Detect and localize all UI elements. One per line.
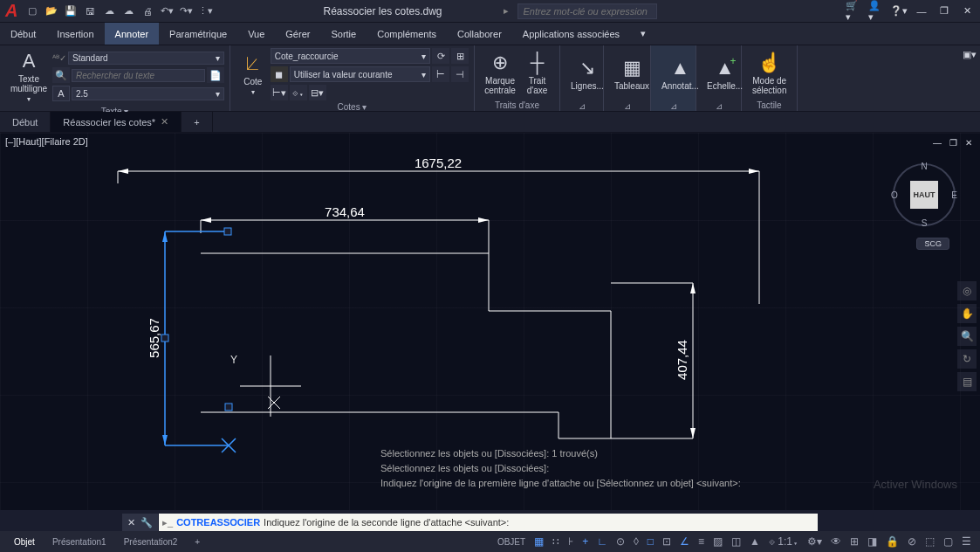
dyn-input-icon[interactable]: + [579, 534, 592, 549]
help-icon[interactable]: ❔▾ [891, 3, 907, 19]
file-tab[interactable]: Réassocier les cotes*✕ [51, 112, 182, 132]
document-title: Réassocier les cotes.dwg [323, 5, 442, 17]
redo-icon[interactable]: ↷▾ [178, 3, 194, 19]
add-layout-tab[interactable]: + [186, 537, 209, 547]
text-multiline-button[interactable]: A Texte multiligne ▾ [5, 48, 52, 105]
cmd-customize-icon[interactable]: 🔧 [140, 517, 153, 528]
snap-toggle-icon[interactable]: ∷ [549, 534, 563, 549]
pan-icon[interactable]: ✋ [957, 304, 977, 323]
transparency-icon[interactable]: ▨ [709, 534, 726, 549]
ucs-badge[interactable]: SCG [916, 238, 949, 250]
help-search-input[interactable] [517, 3, 657, 19]
menu-tab-annoter[interactable]: Annoter [105, 23, 160, 45]
view-cube[interactable]: HAUT N S E O [893, 163, 956, 226]
saveas-icon[interactable]: 🖫 [82, 3, 98, 19]
text-height-a-icon[interactable]: A [52, 86, 70, 101]
cart-icon[interactable]: 🛒▾ [846, 3, 861, 19]
menu-tab-applications associées[interactable]: Applications associées [512, 23, 630, 45]
ribbon-collapse-icon[interactable]: ▣▾ [963, 49, 977, 60]
dim-update-icon[interactable]: ⟳ [432, 48, 449, 64]
cotes-group-title[interactable]: Cotes ▾ [236, 100, 469, 112]
grid-toggle-icon[interactable]: ▦ [531, 534, 547, 549]
open-icon[interactable]: 📂 [44, 3, 59, 19]
isolate-icon[interactable]: ⊘ [904, 534, 920, 549]
iso-toggle-icon[interactable]: ◊ [630, 534, 642, 549]
menu-tab-paramétrique[interactable]: Paramétrique [159, 23, 237, 45]
leaders-button[interactable]: ↘Lignes... [565, 48, 609, 100]
lineweight-icon[interactable]: ≡ [695, 534, 708, 549]
app-logo: A [5, 1, 17, 21]
new-icon[interactable]: ▢ [24, 3, 40, 19]
showmotion-icon[interactable]: ▤ [957, 372, 977, 391]
workspace-icon[interactable]: ⚙▾ [804, 534, 826, 549]
dim-layer-combo[interactable]: Utiliser la valeur courante▾ [290, 66, 430, 82]
dim-continue-icon[interactable]: ⊟▾ [309, 85, 326, 100]
orbit-icon[interactable]: ↻ [957, 349, 977, 369]
qat-more-icon[interactable]: ⋮▾ [197, 3, 213, 19]
menu-tab-vue[interactable]: Vue [237, 23, 275, 45]
annot-vis-icon[interactable]: 👁 [827, 534, 845, 549]
menu-tab-gérer[interactable]: Gérer [275, 23, 320, 45]
3dosnap-icon[interactable]: ⊡ [659, 534, 675, 549]
otrack-icon[interactable]: ∠ [676, 534, 693, 549]
lock-ui-icon[interactable]: 🔒 [882, 534, 902, 549]
web-open-icon[interactable]: ☁ [101, 3, 117, 19]
menu-overflow-icon[interactable]: ▾ [630, 23, 656, 45]
center-mark-button[interactable]: ⊕ Marque centrale [480, 48, 520, 99]
tab-close-icon[interactable]: ✕ [161, 116, 168, 128]
menu-tab-insertion[interactable]: Insertion [46, 23, 104, 45]
text-height-combo[interactable]: 2.5▾ [72, 87, 224, 100]
osnap-toggle-icon[interactable]: □ [644, 534, 657, 549]
find-icon[interactable]: 🔍 [52, 67, 70, 83]
restore-icon[interactable]: ❐ [936, 3, 952, 19]
tables-button[interactable]: ▦Tableaux [609, 48, 654, 100]
cycling-icon[interactable]: ◫ [728, 534, 744, 549]
dim-style-combo[interactable]: Cote_raccourcie▾ [271, 48, 430, 64]
dim-assoc-icon[interactable]: ⊞ [451, 48, 469, 64]
dim-opt1-icon[interactable]: ⊢ [432, 66, 449, 82]
menu-tab-collaborer[interactable]: Collaborer [447, 23, 512, 45]
menu-tab-compléments[interactable]: Compléments [367, 23, 447, 45]
svg-marker-13 [162, 231, 168, 242]
model-tab[interactable]: Objet [5, 537, 44, 547]
drawing-viewport[interactable]: [–][Haut][Filaire 2D] — ❐ ✕ 1675,22 734,… [0, 133, 980, 510]
save-icon[interactable]: 💾 [63, 3, 79, 19]
dimension-button[interactable]: ⟀ Cote ▾ [236, 48, 271, 100]
menu-tab-début[interactable]: Début [0, 23, 46, 45]
polar-toggle-icon[interactable]: ⊙ [613, 534, 628, 549]
user-icon[interactable]: 👤▾ [868, 3, 884, 19]
text-a-icon: A [23, 50, 36, 72]
infer-toggle-icon[interactable]: ⊦ [565, 534, 577, 549]
file-tab[interactable]: Début [0, 112, 51, 132]
ortho-toggle-icon[interactable]: ∟ [593, 534, 611, 549]
svg-rect-16 [224, 228, 231, 235]
clean-screen-icon[interactable]: ▢ [940, 534, 956, 549]
layout2-tab[interactable]: Présentation2 [115, 537, 187, 547]
annoscale-icon[interactable]: ⟐ 1:1▾ [765, 534, 802, 549]
units-icon[interactable]: ⊞ [846, 534, 862, 549]
layout1-tab[interactable]: Présentation1 [44, 537, 115, 547]
find-text-input[interactable] [72, 69, 205, 82]
command-input[interactable]: ▸_ COTREASSOCIER Indiquez l'origine de l… [159, 514, 818, 531]
new-tab-button[interactable]: + [182, 112, 212, 132]
undo-icon[interactable]: ↶▾ [159, 3, 175, 19]
menu-tab-sortie[interactable]: Sortie [320, 23, 367, 45]
steering-wheel-icon[interactable]: ◎ [957, 281, 977, 300]
zoom-extents-icon[interactable]: 🔍 [957, 327, 977, 346]
touch-mode-button[interactable]: ☝Mode de sélection [747, 48, 792, 99]
cmd-close-icon[interactable]: ✕ [127, 517, 135, 528]
dim-quick-icon[interactable]: ⟐▾ [290, 85, 307, 100]
qprops-icon[interactable]: ◨ [864, 534, 881, 549]
annot-monitor-icon[interactable]: ▲ [746, 534, 764, 549]
dim-linear-icon[interactable]: ⊢▾ [271, 85, 288, 100]
customize-status-icon[interactable]: ☰ [958, 534, 975, 549]
hardware-accel-icon[interactable]: ⬚ [922, 534, 938, 549]
minimize-icon[interactable]: — [914, 3, 929, 19]
web-save-icon[interactable]: ☁ [120, 3, 136, 19]
close-icon[interactable]: ✕ [959, 3, 975, 19]
print-icon[interactable]: 🖨 [140, 3, 155, 19]
centerline-button[interactable]: ┼ Trait d'axe [520, 48, 554, 99]
dim-opt2-icon[interactable]: ⊣ [451, 66, 469, 82]
find-go-icon[interactable]: 📄 [207, 67, 224, 83]
text-style-combo[interactable]: Standard▾ [68, 52, 224, 65]
